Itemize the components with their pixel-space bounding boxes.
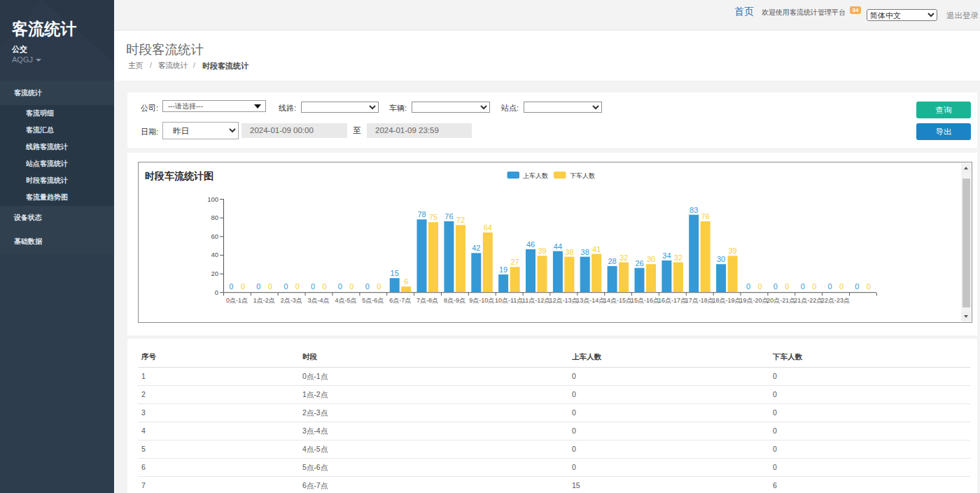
svg-text:60: 60 bbox=[211, 232, 218, 240]
svg-text:28: 28 bbox=[608, 257, 616, 265]
svg-text:15点-16点: 15点-16点 bbox=[631, 297, 659, 304]
svg-text:0: 0 bbox=[746, 282, 750, 291]
svg-text:39: 39 bbox=[728, 246, 736, 255]
svg-text:0: 0 bbox=[365, 282, 370, 291]
svg-text:78: 78 bbox=[417, 210, 426, 218]
svg-text:30: 30 bbox=[647, 255, 655, 263]
svg-text:100: 100 bbox=[207, 195, 218, 203]
svg-text:38: 38 bbox=[565, 248, 573, 256]
svg-text:6: 6 bbox=[404, 277, 408, 286]
svg-text:14点-15点: 14点-15点 bbox=[603, 297, 632, 304]
svg-text:8点-9点: 8点-9点 bbox=[444, 297, 465, 304]
svg-text:0: 0 bbox=[256, 282, 260, 291]
svg-text:0: 0 bbox=[801, 282, 805, 291]
svg-text:0点-1点: 0点-1点 bbox=[226, 297, 248, 304]
svg-text:0: 0 bbox=[839, 282, 844, 291]
svg-text:75: 75 bbox=[429, 213, 438, 221]
svg-text:80: 80 bbox=[211, 214, 218, 221]
svg-text:34: 34 bbox=[662, 251, 671, 260]
svg-text:17点-18点: 17点-18点 bbox=[685, 297, 714, 304]
svg-text:19: 19 bbox=[499, 265, 507, 274]
svg-text:0: 0 bbox=[311, 282, 315, 291]
svg-text:0: 0 bbox=[757, 282, 762, 291]
svg-text:2点-3点: 2点-3点 bbox=[281, 297, 302, 304]
svg-text:20: 20 bbox=[211, 270, 218, 277]
svg-text:27: 27 bbox=[510, 258, 519, 266]
svg-text:0: 0 bbox=[349, 282, 354, 291]
svg-text:4点-5点: 4点-5点 bbox=[335, 297, 356, 304]
svg-text:72: 72 bbox=[456, 216, 465, 224]
svg-text:7点-8点: 7点-8点 bbox=[416, 297, 438, 304]
svg-text:32: 32 bbox=[620, 254, 628, 262]
svg-text:21点-22点: 21点-22点 bbox=[794, 297, 822, 304]
svg-text:0: 0 bbox=[215, 289, 218, 296]
svg-text:10点-11点: 10点-11点 bbox=[495, 297, 523, 304]
svg-text:0: 0 bbox=[855, 282, 859, 291]
svg-text:46: 46 bbox=[526, 240, 535, 249]
svg-text:42: 42 bbox=[472, 244, 480, 252]
svg-text:下车人数: 下车人数 bbox=[570, 172, 595, 179]
svg-text:38: 38 bbox=[581, 248, 589, 256]
svg-text:0: 0 bbox=[284, 282, 288, 291]
svg-text:11点-12点: 11点-12点 bbox=[522, 297, 550, 304]
svg-text:19点-20点: 19点-20点 bbox=[739, 297, 768, 304]
svg-text:上车人数: 上车人数 bbox=[523, 172, 548, 179]
svg-text:83: 83 bbox=[690, 206, 698, 214]
svg-text:22点-23点: 22点-23点 bbox=[821, 297, 850, 304]
svg-text:1点-2点: 1点-2点 bbox=[253, 297, 275, 304]
svg-text:15: 15 bbox=[391, 269, 399, 277]
svg-text:0: 0 bbox=[377, 282, 381, 291]
svg-text:20点-21点: 20点-21点 bbox=[766, 297, 795, 304]
svg-text:26: 26 bbox=[635, 259, 643, 268]
svg-text:5点-6点: 5点-6点 bbox=[362, 297, 384, 304]
svg-text:0: 0 bbox=[785, 282, 789, 291]
svg-text:39: 39 bbox=[538, 246, 546, 255]
svg-text:0: 0 bbox=[812, 282, 816, 291]
svg-text:13点-14点: 13点-14点 bbox=[576, 297, 605, 304]
svg-text:0: 0 bbox=[268, 282, 272, 291]
svg-text:18点-19点: 18点-19点 bbox=[713, 297, 741, 304]
svg-text:16点-17点: 16点-17点 bbox=[658, 297, 687, 304]
svg-text:40: 40 bbox=[211, 251, 218, 258]
svg-text:32: 32 bbox=[674, 254, 682, 262]
svg-text:64: 64 bbox=[484, 223, 492, 232]
svg-text:0: 0 bbox=[828, 282, 832, 291]
svg-text:44: 44 bbox=[554, 242, 562, 251]
svg-text:9点-10点: 9点-10点 bbox=[469, 297, 494, 304]
svg-text:6点-7点: 6点-7点 bbox=[389, 297, 411, 304]
svg-text:0: 0 bbox=[295, 282, 300, 291]
svg-text:30: 30 bbox=[717, 255, 725, 263]
svg-text:12点-13点: 12点-13点 bbox=[549, 297, 578, 304]
svg-text:3点-4点: 3点-4点 bbox=[307, 297, 329, 304]
svg-text:0: 0 bbox=[867, 282, 871, 291]
svg-text:76: 76 bbox=[444, 212, 453, 221]
svg-text:0: 0 bbox=[338, 282, 342, 291]
svg-text:0: 0 bbox=[774, 282, 778, 291]
svg-text:0: 0 bbox=[241, 282, 245, 291]
svg-text:0: 0 bbox=[322, 282, 326, 291]
svg-text:76: 76 bbox=[701, 212, 710, 221]
svg-text:41: 41 bbox=[592, 245, 601, 254]
svg-text:0: 0 bbox=[229, 282, 233, 291]
